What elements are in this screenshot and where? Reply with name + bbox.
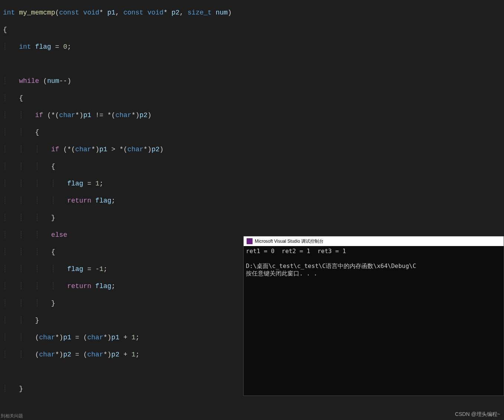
- code-line: ┊ ┊ ┊ {: [3, 162, 504, 171]
- code-line: ┊ ┊ ┊ if (*(char*)p1 > *(char*)p2): [3, 145, 504, 154]
- console-output: ret1 = 0 ret2 = 1 ret3 = 1 D:\桌面\c_test\…: [244, 246, 504, 279]
- code-line: ┊ ┊ ┊ }: [3, 214, 504, 222]
- vs-icon: [247, 238, 253, 244]
- console-title-text: Microsoft Visual Studio 调试控制台: [255, 238, 323, 245]
- code-line: ┊ {: [3, 94, 504, 103]
- code-line: ┊ ┊ ┊ ┊ return flag;: [3, 197, 504, 205]
- code-line: ┊ ┊ {: [3, 128, 504, 137]
- code-line: {: [3, 26, 504, 34]
- watermark: CSDN @埋头编程~: [455, 411, 500, 418]
- code-line: ┊ ┊ if (*(char*)p1 != *(char*)p2): [3, 111, 504, 120]
- console-title-bar[interactable]: Microsoft Visual Studio 调试控制台: [244, 236, 504, 246]
- debug-console-window[interactable]: Microsoft Visual Studio 调试控制台 ret1 = 0 r…: [243, 236, 504, 396]
- code-line: ┊ int flag = 0;: [3, 43, 504, 51]
- code-line: int my_memcmp(const void* p1, const void…: [3, 9, 504, 17]
- code-line: [3, 60, 504, 68]
- code-line: ┊ ┊ ┊ ┊ flag = 1;: [3, 180, 504, 188]
- code-line: [3, 402, 504, 410]
- footer-hint: 到相关问题: [1, 413, 23, 419]
- code-line: ┊ while (num--): [3, 77, 504, 85]
